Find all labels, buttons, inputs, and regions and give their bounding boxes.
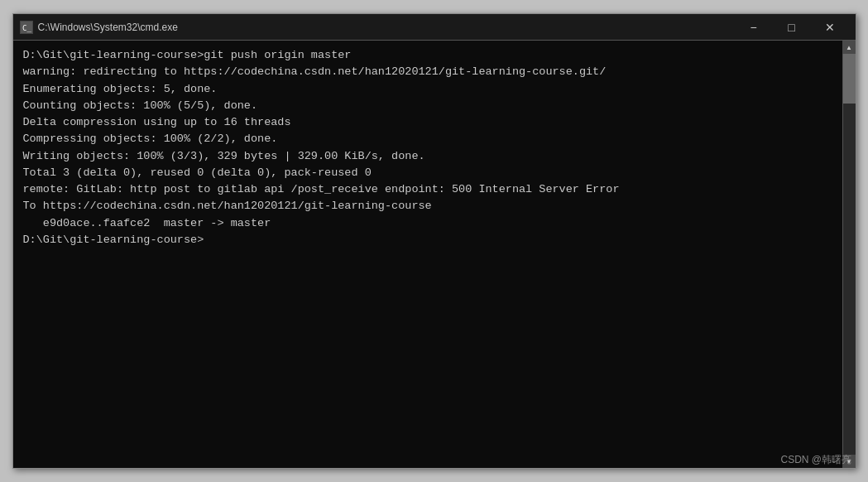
window-title: C:\Windows\System32\cmd.exe bbox=[38, 22, 735, 33]
scroll-up-arrow[interactable]: ▲ bbox=[842, 41, 856, 54]
app-icon: C_ bbox=[20, 21, 33, 34]
terminal-line: Total 3 (delta 0), reused 0 (delta 0), p… bbox=[23, 165, 832, 181]
window-controls: − □ ✕ bbox=[735, 14, 849, 41]
scrollbar[interactable]: ▲ ▼ bbox=[842, 41, 856, 468]
terminal-line: Writing objects: 100% (3/3), 329 bytes |… bbox=[23, 148, 832, 165]
svg-text:C_: C_ bbox=[22, 24, 31, 32]
scrollbar-thumb[interactable] bbox=[843, 54, 856, 104]
terminal-line: Counting objects: 100% (5/5), done. bbox=[23, 98, 832, 114]
terminal-line: Delta compression using up to 16 threads bbox=[23, 114, 832, 131]
terminal-line: To https://codechina.csdn.net/han1202012… bbox=[23, 198, 832, 214]
scrollbar-track[interactable] bbox=[843, 54, 856, 455]
watermark: CSDN @韩曙亮 bbox=[780, 453, 851, 467]
terminal-line: D:\Git\git-learning-course>git push orig… bbox=[23, 47, 832, 64]
terminal-line: Enumerating objects: 5, done. bbox=[23, 81, 832, 98]
terminal-line: warning: redirecting to https://codechin… bbox=[23, 64, 832, 80]
terminal-line: e9d0ace..faafce2 master -> master bbox=[23, 215, 832, 232]
terminal-line: remote: GitLab: http post to gitlab api … bbox=[23, 181, 832, 198]
terminal-line: D:\Git\git-learning-course> bbox=[23, 232, 832, 248]
close-button[interactable]: ✕ bbox=[811, 14, 849, 41]
cmd-window: C_ C:\Windows\System32\cmd.exe − □ ✕ D:\… bbox=[12, 13, 856, 469]
minimize-button[interactable]: − bbox=[735, 14, 773, 41]
terminal-line: Compressing objects: 100% (2/2), done. bbox=[23, 131, 832, 147]
maximize-button[interactable]: □ bbox=[773, 14, 811, 41]
terminal-output[interactable]: D:\Git\git-learning-course>git push orig… bbox=[13, 41, 842, 468]
title-bar: C_ C:\Windows\System32\cmd.exe − □ ✕ bbox=[13, 14, 856, 41]
terminal-body: D:\Git\git-learning-course>git push orig… bbox=[13, 41, 856, 468]
